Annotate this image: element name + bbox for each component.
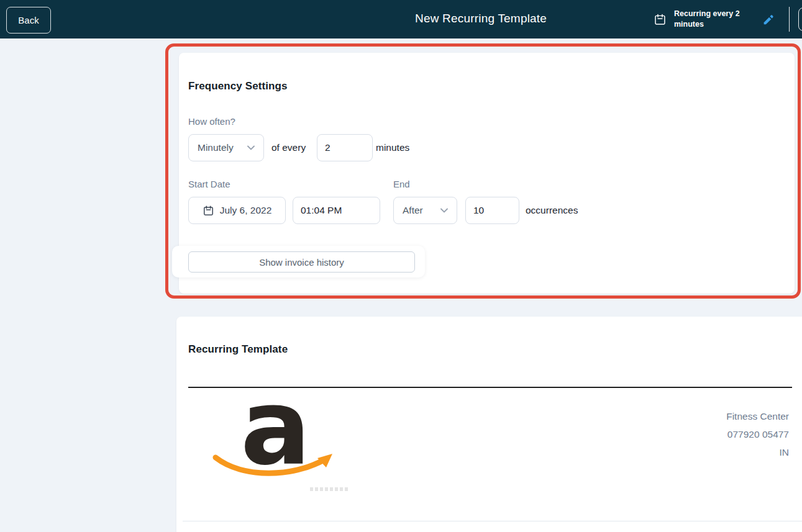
frequency-summary-button[interactable]: Recurring every 2 minutes [654,7,747,31]
page-title: New Recurring Template [415,12,547,25]
edit-frequency-button[interactable] [762,12,778,27]
recurring-template-title: Recurring Template [188,343,288,356]
client-details: Fitness Center 077920 05477 IN [726,407,789,461]
how-often-label: How often? [188,116,235,127]
header-divider [789,7,790,32]
frequency-settings-card: Frequency Settings How often? Minutely o… [179,53,795,294]
recurring-template-card: Recurring Template a Fitness Center 0779… [176,317,802,532]
client-country: IN [726,443,789,461]
chevron-down-icon [247,145,255,150]
frequency-settings-title: Frequency Settings [188,80,288,92]
header-action-button-partial[interactable] [798,7,802,31]
interval-unit-label: minutes [376,134,409,161]
page: Back New Recurring Template Recurring ev… [0,0,802,532]
amazon-logo: a [211,405,350,498]
frequency-summary-label: Recurring every 2 minutes [674,9,747,30]
back-button[interactable]: Back [6,7,51,34]
app-header: Back New Recurring Template Recurring ev… [0,0,802,38]
of-every-label: of every [271,134,306,161]
client-postal-code: 077920 05477 [726,425,789,443]
client-name: Fitness Center [726,407,789,425]
start-date-label: Start Date [188,179,230,189]
occurrences-input[interactable] [465,197,519,224]
frequency-select-value: Minutely [198,142,234,153]
start-time-input[interactable] [293,197,380,224]
logo-watermark [310,487,349,491]
start-date-button[interactable]: July 6, 2022 [188,197,286,224]
end-mode-select[interactable]: After [393,197,457,224]
pencil-icon [762,13,778,27]
calendar-icon [654,13,667,26]
end-label: End [393,179,410,189]
frequency-select[interactable]: Minutely [188,134,264,161]
amazon-smile-icon [211,449,335,485]
interval-input[interactable] [317,134,373,161]
chevron-down-icon [440,208,448,213]
show-invoice-history-button[interactable]: Show invoice history [188,251,415,273]
end-mode-value: After [403,205,423,216]
occurrences-label: occurrences [526,197,578,224]
invoice-table-rule [183,521,802,521]
start-date-value: July 6, 2022 [220,205,272,216]
calendar-icon [203,205,214,217]
